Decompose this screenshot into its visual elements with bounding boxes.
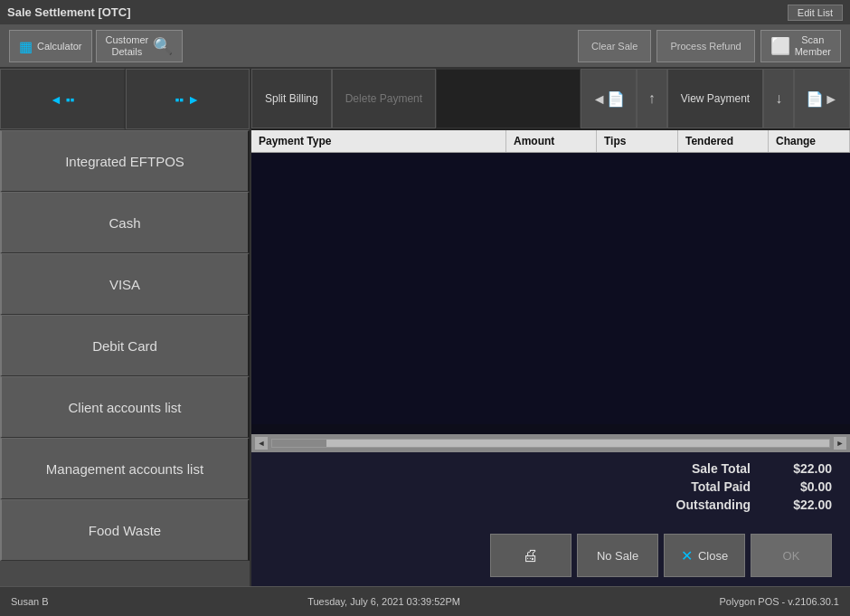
ok-label: OK <box>783 549 800 563</box>
edit-list-button[interactable]: Edit List <box>788 5 843 21</box>
status-version: Polygon POS - v.2106.30.1 <box>720 596 840 607</box>
scan-icon: ⬜ <box>770 36 790 56</box>
scroll-track[interactable] <box>271 439 830 448</box>
window-title: Sale Settlement [OTC] <box>7 5 131 19</box>
process-refund-button[interactable]: Process Refund <box>656 30 754 62</box>
management-accounts-list-button[interactable]: Management accounts list <box>0 438 250 499</box>
doc-next-icon: 📄► <box>806 90 838 108</box>
cash-button[interactable]: Cash <box>0 192 250 253</box>
toolbar: ▦ Calculator Customer Details 🔍 Clear Sa… <box>0 25 850 69</box>
visa-button[interactable]: VISA <box>0 253 250 315</box>
view-payment-button[interactable]: View Payment <box>667 69 763 128</box>
table-header: Payment Type Amount Tips Tendered Change <box>251 130 850 153</box>
horizontal-scrollbar[interactable]: ◄ ► <box>251 434 850 452</box>
integrated-eftpos-button[interactable]: Integrated EFTPOS <box>0 130 250 192</box>
toolbar-left: ▦ Calculator Customer Details 🔍 <box>9 30 183 62</box>
nav-forward-icon: ▪▪ ► <box>175 92 200 107</box>
status-bar: Susan B Tuesday, July 6, 2021 03:39:52PM… <box>0 586 850 616</box>
toolbar-spacer <box>436 69 581 128</box>
total-paid-value: $0.00 <box>769 479 832 494</box>
doc-prev-button[interactable]: ◄📄 <box>581 69 637 128</box>
close-button[interactable]: ✕ Close <box>664 534 745 577</box>
nav-back-button[interactable]: ◄ ▪▪ <box>0 69 126 129</box>
col-payment-type: Payment Type <box>251 130 506 152</box>
table-body <box>251 153 850 424</box>
food-waste-button[interactable]: Food Waste <box>0 499 250 561</box>
scan-member-label: Scan Member <box>795 34 831 58</box>
outstanding-value: $22.00 <box>769 498 832 512</box>
outstanding-row: Outstanding $22.00 <box>269 498 832 512</box>
no-sale-button[interactable]: No Sale <box>577 534 658 577</box>
right-panel: Split Billing Delete Payment ◄📄 ↑ View P… <box>251 69 850 586</box>
sale-total-value: $22.00 <box>769 461 832 476</box>
sale-total-row: Sale Total $22.00 <box>269 461 832 476</box>
upload-button[interactable]: ↑ <box>637 69 667 128</box>
status-user: Susan B <box>11 596 49 607</box>
right-toolbar: Split Billing Delete Payment ◄📄 ↑ View P… <box>251 69 850 130</box>
nav-forward-button[interactable]: ▪▪ ► <box>126 69 250 129</box>
bottom-actions: 🖨 No Sale ✕ Close OK <box>251 525 850 586</box>
download-icon: ↓ <box>775 90 782 107</box>
debit-card-button[interactable]: Debit Card <box>0 315 250 376</box>
search-icon: 🔍 <box>153 36 173 56</box>
calculator-icon: ▦ <box>19 38 33 55</box>
scan-member-button[interactable]: ⬜ Scan Member <box>760 30 841 62</box>
col-tips: Tips <box>597 130 678 152</box>
calculator-label: Calculator <box>37 41 82 52</box>
total-paid-row: Total Paid $0.00 <box>269 479 832 494</box>
scroll-thumb[interactable] <box>272 440 326 447</box>
split-billing-button[interactable]: Split Billing <box>251 69 332 128</box>
scroll-right-arrow[interactable]: ► <box>834 437 846 450</box>
title-bar: Sale Settlement [OTC] Edit List <box>0 0 850 25</box>
doc-next-button[interactable]: 📄► <box>794 69 850 128</box>
status-datetime: Tuesday, July 6, 2021 03:39:52PM <box>307 596 460 607</box>
scroll-left-arrow[interactable]: ◄ <box>255 437 268 450</box>
outstanding-label: Outstanding <box>642 498 751 512</box>
close-label: Close <box>698 549 728 563</box>
payment-table: Payment Type Amount Tips Tendered Change <box>251 130 850 434</box>
doc-prev-icon: ◄📄 <box>592 90 625 108</box>
main-content: ◄ ▪▪ ▪▪ ► Integrated EFTPOS Cash VISA De… <box>0 69 850 586</box>
ok-button[interactable]: OK <box>751 534 832 577</box>
client-accounts-list-button[interactable]: Client accounts list <box>0 376 250 438</box>
col-tendered: Tendered <box>678 130 769 152</box>
col-change: Change <box>769 130 850 152</box>
calculator-button[interactable]: ▦ Calculator <box>9 30 92 62</box>
total-paid-label: Total Paid <box>642 479 751 494</box>
left-panel: ◄ ▪▪ ▪▪ ► Integrated EFTPOS Cash VISA De… <box>0 69 251 586</box>
col-amount: Amount <box>506 130 597 152</box>
customer-details-label: Customer Details <box>106 34 149 58</box>
receipt-icon: 🖨 <box>523 546 539 565</box>
left-panel-nav: ◄ ▪▪ ▪▪ ► <box>0 69 250 130</box>
no-sale-label: No Sale <box>597 549 638 563</box>
download-button[interactable]: ↓ <box>763 69 794 128</box>
summary-area: Sale Total $22.00 Total Paid $0.00 Outst… <box>251 452 850 525</box>
upload-icon: ↑ <box>648 90 656 107</box>
close-x-icon: ✕ <box>681 547 693 564</box>
delete-payment-button[interactable]: Delete Payment <box>332 69 436 128</box>
toolbar-right: Clear Sale Process Refund ⬜ Scan Member <box>578 30 841 62</box>
sale-total-label: Sale Total <box>642 461 751 476</box>
clear-sale-button[interactable]: Clear Sale <box>578 30 651 62</box>
customer-details-button[interactable]: Customer Details 🔍 <box>96 30 184 62</box>
nav-back-icon: ◄ ▪▪ <box>50 92 75 107</box>
receipt-button[interactable]: 🖨 <box>490 534 571 577</box>
